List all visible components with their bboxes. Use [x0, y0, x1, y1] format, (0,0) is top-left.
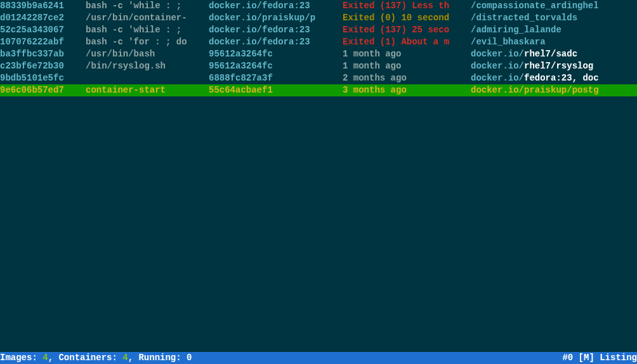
container-row[interactable]: 9bdb5101e5fc6888fc827a3f2 months agodock… — [0, 72, 637, 84]
container-row[interactable]: 88339b9a6241bash -c 'while : ;docker.io/… — [0, 0, 637, 12]
container-image: 6888fc827a3f — [204, 72, 338, 84]
container-name-main: rhel7/sadc — [524, 49, 577, 59]
container-command: container-start — [81, 84, 204, 96]
container-name-prefix: docker.io/ — [471, 73, 524, 83]
container-image: 55c64acbaef1 — [204, 84, 338, 96]
container-row[interactable]: ba3ffbc337ab/usr/bin/bash95612a3264fc1 m… — [0, 48, 637, 60]
container-name-main: /compassionate_ardinghel — [471, 1, 599, 11]
container-status: Exited (137) 25 seco — [338, 24, 466, 36]
container-name: docker.io/praiskup/postg — [466, 84, 637, 96]
container-row[interactable]: 52c25a343067bash -c 'while : ;docker.io/… — [0, 24, 637, 36]
container-name-main: /evil_bhaskara — [471, 37, 546, 47]
container-row[interactable]: 9e6c06b57ed7container-start55c64acbaef13… — [0, 84, 637, 96]
container-image: docker.io/fedora:23 — [204, 36, 338, 48]
container-command: bash -c 'for : ; do — [81, 36, 204, 48]
container-status: 1 month ago — [338, 48, 466, 60]
container-row[interactable]: 107076222abfbash -c 'for : ; dodocker.io… — [0, 36, 637, 48]
status-bar-left: Images: 4, Containers: 4, Running: 0 — [0, 352, 192, 364]
status-bar: Images: 4, Containers: 4, Running: 0 #0 … — [0, 352, 637, 364]
container-name-main: /distracted_torvalds — [471, 13, 577, 23]
images-label: Images: — [0, 353, 43, 363]
container-name: docker.io/rhel7/rsyslog — [466, 60, 637, 72]
container-name: /compassionate_ardinghel — [466, 0, 637, 12]
containers-count: 4 — [122, 353, 128, 363]
container-name: /evil_bhaskara — [466, 36, 637, 48]
container-name: docker.io/fedora:23, doc — [466, 72, 637, 84]
container-command: /bin/rsyslog.sh — [81, 60, 204, 72]
container-image: docker.io/fedora:23 — [204, 24, 338, 36]
container-name: /distracted_torvalds — [466, 12, 637, 24]
container-image: 95612a3264fc — [204, 60, 338, 72]
container-command: bash -c 'while : ; — [81, 24, 204, 36]
container-row[interactable]: d01242287ce2/usr/bin/container-docker.io… — [0, 12, 637, 24]
container-row[interactable]: c23bf6e72b30/bin/rsyslog.sh95612a3264fc1… — [0, 60, 637, 72]
container-name-prefix: docker.io/ — [471, 49, 524, 59]
container-status: Exited (1) About a m — [338, 36, 466, 48]
container-command: /usr/bin/bash — [81, 48, 204, 60]
container-image: 95612a3264fc — [204, 48, 338, 60]
container-image: docker.io/fedora:23 — [204, 0, 338, 12]
container-id: 52c25a343067 — [0, 24, 81, 36]
container-image: docker.io/praiskup/p — [204, 12, 338, 24]
container-id: d01242287ce2 — [0, 12, 81, 24]
container-id: 9e6c06b57ed7 — [0, 84, 81, 96]
container-id: 9bdb5101e5fc — [0, 72, 81, 84]
container-name-main: docker.io/praiskup/postg — [471, 85, 599, 95]
running-count: 0 — [187, 353, 192, 363]
container-id: ba3ffbc337ab — [0, 48, 81, 60]
container-name: docker.io/rhel7/sadc — [466, 48, 637, 60]
container-listing: 88339b9a6241bash -c 'while : ;docker.io/… — [0, 0, 637, 96]
status-bar-right: #0 [M] Listing — [562, 352, 637, 364]
container-command: bash -c 'while : ; — [81, 0, 204, 12]
container-status: Exited (0) 10 second — [338, 12, 466, 24]
container-status: 2 months ago — [338, 72, 466, 84]
container-name-main: /admiring_lalande — [471, 25, 561, 35]
container-name: /admiring_lalande — [466, 24, 637, 36]
images-count: 4 — [43, 353, 48, 363]
container-status: Exited (137) Less th — [338, 0, 466, 12]
container-status: 3 months ago — [338, 84, 466, 96]
running-label: , Running: — [128, 353, 187, 363]
container-id: 107076222abf — [0, 36, 81, 48]
container-id: c23bf6e72b30 — [0, 60, 81, 72]
container-command: /usr/bin/container- — [81, 12, 204, 24]
container-name-prefix: docker.io/ — [471, 61, 524, 71]
container-name-main: fedora:23, doc — [524, 73, 599, 83]
container-status: 1 month ago — [338, 60, 466, 72]
container-id: 88339b9a6241 — [0, 0, 81, 12]
container-name-main: rhel7/rsyslog — [524, 61, 593, 71]
container-command — [81, 72, 204, 84]
containers-label: , Containers: — [48, 353, 123, 363]
